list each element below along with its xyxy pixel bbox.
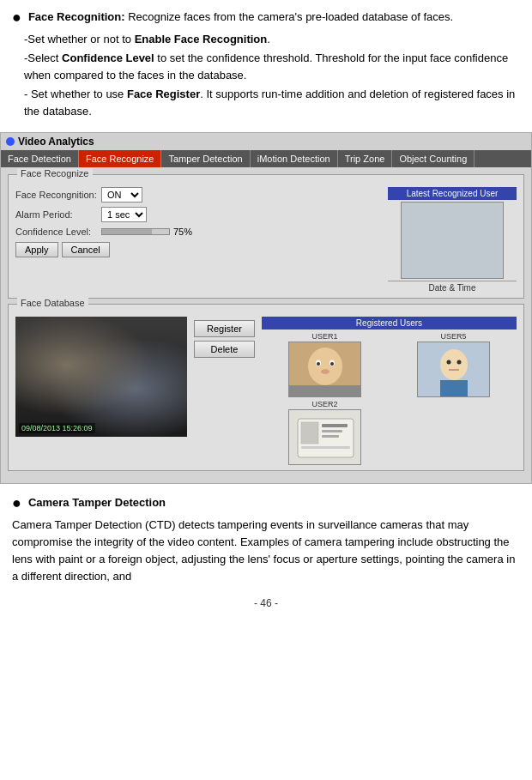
registered-header: Registered Users xyxy=(262,317,517,330)
bullet-dot-2: ● xyxy=(12,494,21,513)
fd-camera-timestamp: 09/08/2013 15:26:09 xyxy=(19,423,95,433)
fr-preview: Latest Recognized User Date & Time xyxy=(388,187,517,293)
svg-point-6 xyxy=(321,369,329,374)
svg-point-1 xyxy=(308,348,342,385)
bullet-dot: ● xyxy=(12,9,21,27)
user5-image xyxy=(417,342,490,397)
svg-rect-7 xyxy=(289,385,361,397)
confidence-slider-row: 75% xyxy=(101,227,192,237)
va-header-title: Video Analytics xyxy=(18,136,94,148)
svg-point-11 xyxy=(446,360,450,365)
tab-trip-zone[interactable]: Trip Zone xyxy=(338,150,393,167)
va-header-dot xyxy=(6,137,15,146)
user-cell-1: USER1 xyxy=(262,332,388,397)
user5-label: USER5 xyxy=(440,332,466,341)
apply-button[interactable]: Apply xyxy=(15,242,58,257)
svg-rect-20 xyxy=(301,446,350,449)
bottom-text-section: ● Camera Tamper Detection Camera Tamper … xyxy=(0,489,532,590)
video-analytics-panel: Video Analytics Face Detection Face Reco… xyxy=(0,132,532,484)
alarm-label: Alarm Period: xyxy=(15,209,101,220)
recognition-select[interactable]: ON OFF xyxy=(101,187,142,203)
svg-rect-18 xyxy=(322,430,342,432)
face-recognize-legend: Face Recognize xyxy=(17,168,93,178)
tab-bar: Face Detection Face Recognize Tamper Det… xyxy=(1,150,531,167)
register-button[interactable]: Register xyxy=(194,320,255,337)
alarm-row: Alarm Period: 1 sec 5 sec xyxy=(15,207,381,222)
recognition-row: Face Recongnition: ON OFF xyxy=(15,187,381,203)
page-number: - 46 - xyxy=(0,590,532,616)
bullet-face-recognition: ● Face Recognition: Recognize faces from… xyxy=(12,9,520,27)
face-recognize-inner: Face Recongnition: ON OFF Alarm Period: … xyxy=(15,187,517,293)
fr-preview-label: Latest Recognized User xyxy=(388,187,517,200)
va-header: Video Analytics xyxy=(1,133,531,150)
fd-inner: 09/08/2013 15:26:09 Register Delete Regi… xyxy=(15,317,517,465)
svg-rect-17 xyxy=(322,424,348,427)
confidence-pct: 75% xyxy=(173,227,192,237)
indent-confidence: -Select Confidence Level to set the conf… xyxy=(12,50,520,84)
alarm-select[interactable]: 1 sec 5 sec xyxy=(101,207,147,222)
svg-rect-10 xyxy=(440,380,468,397)
user1-bg xyxy=(289,342,360,396)
camera-tamper-title: Camera Tamper Detection xyxy=(28,494,166,511)
fd-camera: 09/08/2013 15:26:09 xyxy=(15,317,187,437)
cancel-button[interactable]: Cancel xyxy=(62,242,110,257)
delete-button[interactable]: Delete xyxy=(194,341,255,358)
user2-image xyxy=(288,409,361,465)
panel-area: Face Recognize Face Recongnition: ON OFF… xyxy=(1,167,531,483)
fr-preview-image xyxy=(401,202,504,279)
camera-bg xyxy=(15,317,187,437)
recognition-label: Face Recongnition: xyxy=(15,190,101,200)
user1-image xyxy=(288,342,361,397)
face-database-legend: Face Database xyxy=(17,298,88,308)
intro-section: ● Face Recognition: Recognize faces from… xyxy=(0,0,532,127)
indent-enable: -Set whether or not to Enable Face Recog… xyxy=(12,31,520,48)
tab-object-counting[interactable]: Object Counting xyxy=(392,150,475,167)
user5-bg xyxy=(418,342,489,396)
fd-registered: Registered Users USER1 xyxy=(262,317,517,465)
confidence-slider[interactable] xyxy=(101,228,170,235)
svg-point-5 xyxy=(330,362,334,366)
indent-register: - Set whether to use Face Register. It s… xyxy=(12,86,520,120)
svg-rect-19 xyxy=(322,435,339,438)
fr-form: Face Recongnition: ON OFF Alarm Period: … xyxy=(15,187,381,293)
svg-rect-16 xyxy=(301,422,318,444)
user-cell-2: USER2 xyxy=(262,400,388,465)
bullet-camera-tamper: ● Camera Tamper Detection xyxy=(12,494,520,513)
tab-tamper-detection[interactable]: Tamper Detection xyxy=(161,150,250,167)
tab-face-recognize[interactable]: Face Recognize xyxy=(79,150,162,167)
tab-face-detection[interactable]: Face Detection xyxy=(1,150,79,167)
svg-point-4 xyxy=(317,362,320,366)
svg-point-9 xyxy=(440,349,468,380)
user-grid: USER1 xyxy=(262,332,517,465)
user1-label: USER1 xyxy=(311,332,337,341)
fd-buttons: Register Delete xyxy=(194,317,255,358)
camera-view xyxy=(15,317,187,437)
user2-bg xyxy=(289,410,360,464)
camera-tamper-paragraph: Camera Tamper Detection (CTD) detects ta… xyxy=(12,517,520,586)
user2-label: USER2 xyxy=(311,400,337,408)
fr-preview-date: Date & Time xyxy=(388,281,517,293)
svg-point-12 xyxy=(456,360,461,365)
confidence-label: Confidence Level: xyxy=(15,227,101,237)
user-cell-5: USER5 xyxy=(390,332,517,397)
tab-imotion-detection[interactable]: iMotion Detection xyxy=(251,150,338,167)
btn-row: Apply Cancel xyxy=(15,242,381,257)
face-recognition-text: Face Recognition: Recognize faces from t… xyxy=(28,9,453,26)
confidence-row: Confidence Level: 75% xyxy=(15,227,381,237)
face-recognize-box: Face Recognize Face Recongnition: ON OFF… xyxy=(8,174,524,299)
face-database-box: Face Database 09/08/2013 15:26:09 Regist… xyxy=(8,304,524,471)
